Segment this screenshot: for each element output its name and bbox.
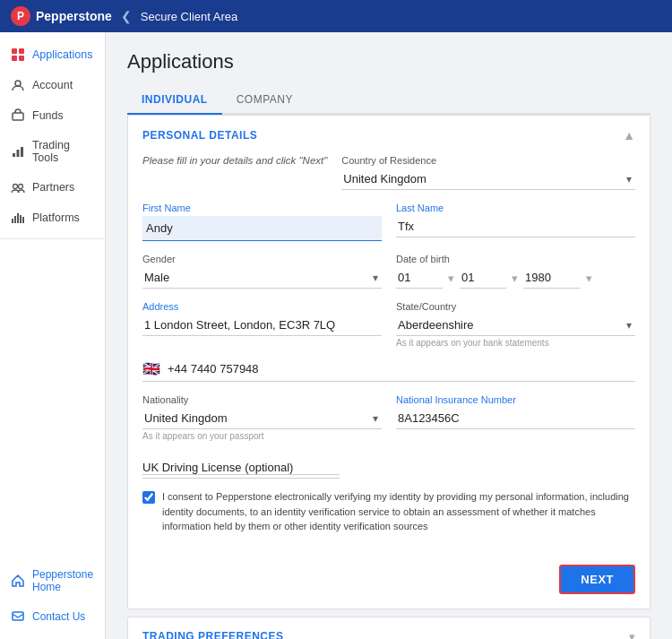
ni-label: National Insurance Number [396,394,635,405]
trading-preferences-card: TRADING PREFERENCES ▾ [127,617,650,640]
applications-icon [11,47,25,62]
ni-input[interactable] [396,408,635,429]
state-hint: As it appears on your bank statements [396,338,635,348]
application-tabs: INDIVIDUAL COMPANY [127,86,650,115]
form-group-country: Country of Residence United Kingdom [341,155,635,190]
home-icon [11,574,25,588]
contact-icon [11,609,25,624]
back-chevron[interactable]: ❮ [121,9,132,23]
lastname-input[interactable] [396,216,635,237]
svg-point-10 [19,185,23,189]
svg-rect-15 [22,217,24,223]
phone-input[interactable] [168,362,635,376]
country-select-wrapper: United Kingdom [341,168,635,190]
form-intro-text: Please fill in your details and click "N… [142,155,327,190]
consent-row: I consent to Pepperstone electronically … [142,489,635,534]
firstname-input[interactable] [142,216,382,241]
form-group-address: Address [142,301,382,348]
svg-rect-11 [12,219,13,223]
sidebar-label-applications: Applications [32,48,92,61]
form-group-firstname: First Name [142,203,382,241]
svg-rect-0 [12,48,17,54]
form-row-address-state: Address State/Country Aberdeenshire As i… [142,301,635,348]
trading-tools-icon [11,144,25,159]
nationality-select[interactable]: United Kingdom [142,408,382,429]
sidebar-divider [0,238,105,239]
dob-label: Date of birth [396,254,635,264]
sidebar-item-pepperstone-home[interactable]: Pepperstone Home [0,560,105,601]
personal-details-title: PERSONAL DETAILS [142,129,257,142]
dob-day-select[interactable]: 01 [396,267,443,289]
state-select[interactable]: Aberdeenshire [396,315,635,336]
address-input[interactable] [142,315,382,336]
svg-rect-16 [13,612,23,620]
funds-icon [11,108,25,123]
sidebar-item-partners[interactable]: Partners [0,172,105,203]
next-area: NEXT [128,556,650,609]
svg-rect-13 [17,213,19,223]
sidebar: Applications Account Funds [0,32,106,639]
form-group-nationality: Nationality United Kingdom As it appears… [142,394,382,441]
trading-preferences-header[interactable]: TRADING PREFERENCES ▾ [128,617,650,640]
sidebar-item-trading-tools[interactable]: Trading Tools [0,131,105,172]
state-select-wrapper: Aberdeenshire [396,315,635,336]
tab-company[interactable]: COMPANY [222,86,307,113]
trading-preferences-chevron: ▾ [629,630,635,640]
form-row-gender-dob: Gender Male Female Date of birth 0 [142,254,635,289]
form-group-dob: Date of birth 01 ▾ 01 ▾ 1980 [396,254,635,289]
brand-name: Pepperstone [36,9,112,23]
personal-details-header[interactable]: PERSONAL DETAILS ▲ [128,116,650,155]
sidebar-label-partners: Partners [32,181,74,194]
trading-preferences-title: TRADING PREFERENCES [142,630,284,639]
dob-row: 01 ▾ 01 ▾ 1980 ▾ [396,267,635,289]
logo[interactable]: P Pepperstone [11,6,112,26]
svg-rect-2 [12,56,17,61]
form-group-state: State/Country Aberdeenshire As it appear… [396,301,635,348]
svg-rect-5 [13,113,23,120]
personal-details-card: PERSONAL DETAILS ▲ Please fill in your d… [127,115,650,609]
sidebar-label-account: Account [32,79,73,91]
personal-details-chevron: ▲ [623,128,635,142]
form-row-nationality-ni: Nationality United Kingdom As it appears… [142,394,635,441]
firstname-label: First Name [142,203,382,213]
sidebar-label-funds: Funds [32,109,64,122]
svg-rect-14 [20,215,22,223]
gender-select[interactable]: Male Female [142,267,382,289]
tab-individual[interactable]: INDIVIDUAL [127,86,222,115]
state-label: State/Country [396,301,635,312]
form-row-names: First Name Last Name [142,203,635,241]
lastname-label: Last Name [396,203,635,213]
sidebar-item-applications[interactable]: Applications [0,39,105,70]
sidebar-item-funds[interactable]: Funds [0,100,105,131]
country-select[interactable]: United Kingdom [341,168,635,190]
sidebar-item-account[interactable]: Account [0,70,105,100]
gender-select-wrapper: Male Female [142,267,382,289]
consent-checkbox[interactable] [142,491,155,504]
main-content: Applications INDIVIDUAL COMPANY PERSONAL… [106,32,672,639]
svg-rect-7 [17,150,20,157]
flag-icon: 🇬🇧 [142,360,160,377]
next-button[interactable]: NEXT [559,565,635,594]
country-label: Country of Residence [341,155,635,166]
sidebar-label-platforms: Platforms [32,212,80,224]
section-title: Secure Client Area [141,10,237,23]
sidebar-label-pepperstone-home: Pepperstone Home [32,568,94,593]
sidebar-bottom: Pepperstone Home Contact Us [0,560,105,632]
sidebar-label-trading-tools: Trading Tools [32,139,94,164]
sidebar-item-contact-us[interactable]: Contact Us [0,601,105,632]
sidebar-item-platforms[interactable]: Platforms [0,203,105,233]
personal-details-form: Please fill in your details and click "N… [128,155,650,556]
dob-month-select[interactable]: 01 [460,267,506,289]
dob-year-select[interactable]: 1980 [523,267,581,289]
driving-license-row: UK Driving License (optional) [142,453,635,479]
svg-rect-3 [19,56,24,61]
consent-text: I consent to Pepperstone electronically … [162,489,635,534]
nationality-hint: As it appears on your passport [142,431,382,441]
form-group-gender: Gender Male Female [142,254,382,289]
svg-rect-12 [14,216,16,223]
address-label: Address [142,301,382,312]
partners-icon [11,180,25,194]
form-row-country: Please fill in your details and click "N… [142,155,635,190]
logo-icon: P [11,6,30,26]
page-title: Applications [127,50,650,73]
